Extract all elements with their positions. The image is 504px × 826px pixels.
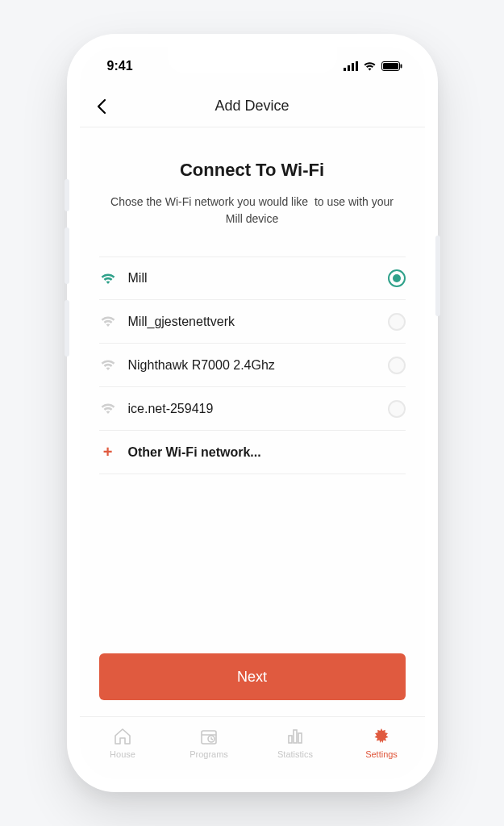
volume-button xyxy=(65,300,69,357)
wifi-signal-icon xyxy=(99,359,117,371)
volume-button xyxy=(65,227,69,284)
tab-label: Programs xyxy=(190,749,228,759)
cellular-icon xyxy=(344,61,358,71)
other-network-button[interactable]: + Other Wi-Fi network... xyxy=(99,431,406,474)
screen: 9:41 Add Device Connect To Wi-Fi Cho xyxy=(80,47,425,779)
wifi-signal-icon xyxy=(99,273,117,285)
tab-programs[interactable]: Programs xyxy=(177,727,241,759)
tab-label: House xyxy=(110,749,135,759)
page-title: Add Device xyxy=(215,98,289,115)
tab-label: Statistics xyxy=(277,749,313,759)
wifi-network-name: Nighthawk R7000 2.4Ghz xyxy=(128,358,377,373)
calendar-icon xyxy=(199,727,219,746)
svg-rect-11 xyxy=(294,730,297,743)
radio-unselected-icon xyxy=(388,357,406,374)
plus-icon: + xyxy=(99,443,117,461)
wifi-network-row[interactable]: ice.net-259419 xyxy=(99,387,406,431)
tab-label: Settings xyxy=(365,749,398,759)
phone-frame: 9:41 Add Device Connect To Wi-Fi Cho xyxy=(67,34,438,792)
notch xyxy=(168,47,337,73)
radio-unselected-icon xyxy=(388,313,406,331)
back-button[interactable] xyxy=(96,98,106,115)
wifi-network-row[interactable]: Mill xyxy=(99,257,406,300)
header: Add Device xyxy=(80,86,425,127)
power-button xyxy=(435,236,440,316)
content: Connect To Wi-Fi Chose the Wi-Fi network… xyxy=(80,127,425,716)
wifi-network-row[interactable]: Nighthawk R7000 2.4Ghz xyxy=(99,344,406,387)
radio-unselected-icon xyxy=(388,400,406,418)
next-button-label: Next xyxy=(237,669,267,686)
wifi-signal-icon xyxy=(99,315,117,327)
wifi-network-name: Mill xyxy=(128,271,377,286)
tab-house[interactable]: House xyxy=(90,727,155,759)
wifi-list: Mill Mill_gjestenettverk Nighthawk R7000… xyxy=(99,257,406,474)
page-subtitle: Chose the Wi-Fi network you would like t… xyxy=(99,194,406,227)
tab-bar: House Programs Statistics Settings xyxy=(80,716,425,779)
wifi-network-name: Mill_gjestenettverk xyxy=(128,315,377,329)
svg-rect-10 xyxy=(289,736,292,743)
tab-statistics[interactable]: Statistics xyxy=(263,727,327,759)
svg-rect-5 xyxy=(383,63,398,69)
chart-icon xyxy=(285,727,305,746)
svg-rect-6 xyxy=(400,65,402,69)
next-button[interactable]: Next xyxy=(99,653,406,700)
other-network-label: Other Wi-Fi network... xyxy=(128,445,406,460)
svg-rect-12 xyxy=(298,733,302,743)
status-time: 9:41 xyxy=(107,59,133,73)
wifi-network-row[interactable]: Mill_gjestenettverk xyxy=(99,300,406,344)
status-indicators xyxy=(344,61,402,71)
svg-rect-0 xyxy=(344,68,346,71)
radio-selected-icon xyxy=(388,269,406,287)
svg-rect-1 xyxy=(348,65,350,71)
house-icon xyxy=(113,727,132,746)
page-heading: Connect To Wi-Fi xyxy=(99,160,406,181)
svg-rect-2 xyxy=(352,63,354,71)
wifi-signal-icon xyxy=(99,403,117,415)
wifi-icon xyxy=(363,61,377,71)
volume-button xyxy=(65,179,69,211)
svg-rect-3 xyxy=(356,61,358,71)
wifi-network-name: ice.net-259419 xyxy=(128,402,377,416)
gear-icon xyxy=(372,727,391,746)
tab-settings[interactable]: Settings xyxy=(349,727,414,759)
battery-icon xyxy=(381,61,402,71)
